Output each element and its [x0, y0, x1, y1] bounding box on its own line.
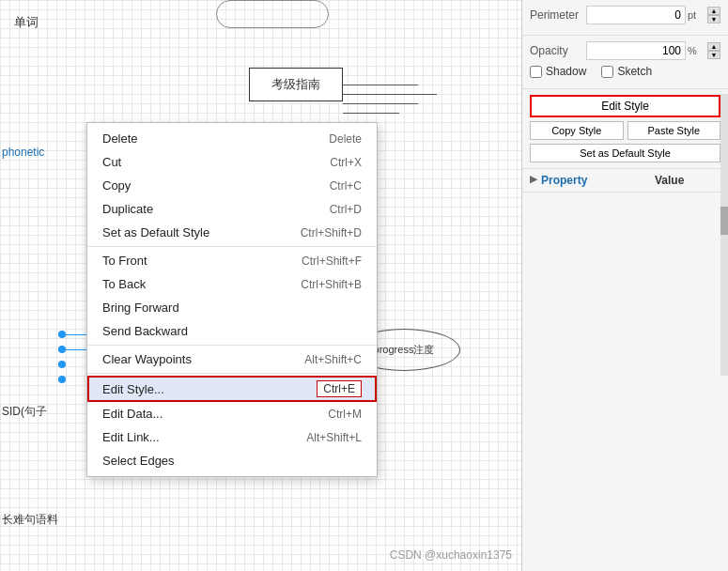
context-menu: Delete Delete Cut Ctrl+X Copy Ctrl+C Dup…	[86, 122, 378, 477]
menu-item-to-back[interactable]: To Back Ctrl+Shift+B	[87, 272, 377, 296]
perimeter-section: Perimeter pt ▲ ▼	[522, 0, 728, 36]
menu-item-edit-link[interactable]: Edit Link... Alt+Shift+L	[87, 425, 377, 449]
sketch-checkbox[interactable]	[601, 66, 613, 78]
perimeter-input[interactable]	[586, 6, 686, 24]
menu-item-set-default[interactable]: Set as Default Style Ctrl+Shift+D	[87, 221, 377, 244]
right-panel: Perimeter pt ▲ ▼ Opacity % ▲ ▼ Shadow	[521, 0, 728, 571]
line-h4	[343, 113, 399, 114]
menu-item-to-front[interactable]: To Front Ctrl+Shift+F	[87, 249, 377, 272]
copy-paste-row: Copy Style Paste Style	[530, 121, 720, 140]
menu-item-clear-waypoints[interactable]: Clear Waypoints Alt+Shift+C	[87, 347, 377, 371]
opacity-label: Opacity	[530, 44, 586, 57]
opacity-input[interactable]	[586, 41, 686, 60]
menu-item-select-edges[interactable]: Select Edges	[87, 449, 377, 472]
canvas-label-sid: SID(句子	[2, 404, 47, 420]
checkbox-row: Shadow Sketch	[530, 65, 720, 78]
menu-divider-3	[87, 373, 377, 374]
opacity-up[interactable]: ▲	[707, 42, 720, 51]
menu-item-edit-style[interactable]: Edit Style... Ctrl+E	[87, 376, 377, 402]
shadow-checkbox[interactable]	[530, 66, 542, 78]
style-buttons-section: Edit Style Copy Style Paste Style Set as…	[522, 89, 728, 169]
canvas-label-top: 单词	[14, 14, 39, 31]
perimeter-up[interactable]: ▲	[707, 7, 720, 15]
blue-dot-2	[58, 346, 66, 353]
menu-item-cut[interactable]: Cut Ctrl+X	[87, 150, 377, 174]
line-h2	[343, 94, 437, 95]
property-arrow: ▶	[530, 174, 537, 187]
shadow-checkbox-label[interactable]: Shadow	[530, 65, 586, 78]
set-default-style-button[interactable]: Set as Default Style	[530, 144, 720, 162]
opacity-row: Opacity % ▲ ▼	[530, 41, 720, 60]
menu-item-edit-data[interactable]: Edit Data... Ctrl+M	[87, 402, 377, 425]
edit-style-button[interactable]: Edit Style	[530, 95, 720, 117]
opacity-spinner: ▲ ▼	[707, 42, 720, 59]
watermark: CSDN @xuchaoxin1375	[390, 548, 512, 562]
canvas-label-long: 长难句语料	[2, 512, 58, 528]
menu-item-duplicate[interactable]: Duplicate Ctrl+D	[87, 197, 377, 221]
perimeter-unit: pt	[688, 9, 706, 21]
property-col-value: Value	[655, 174, 720, 187]
menu-item-copy[interactable]: Copy Ctrl+C	[87, 174, 377, 197]
canvas-box-top	[216, 0, 329, 28]
opacity-down[interactable]: ▼	[707, 51, 720, 59]
sketch-checkbox-label[interactable]: Sketch	[601, 65, 652, 78]
perimeter-label: Perimeter	[530, 8, 586, 22]
scroll-thumb[interactable]	[720, 207, 728, 235]
canvas-node-kaoji: 考级指南	[249, 68, 343, 101]
blue-dot-3	[58, 361, 66, 368]
canvas-label-phonetic: phonetic	[2, 146, 44, 159]
line-h1	[343, 85, 418, 85]
perimeter-spinner: ▲ ▼	[707, 7, 720, 23]
menu-item-send-backward[interactable]: Send Backward	[87, 319, 377, 343]
menu-divider-2	[87, 345, 377, 346]
property-header: ▶ Property Value	[522, 169, 728, 193]
menu-item-delete[interactable]: Delete Delete	[87, 127, 377, 150]
menu-divider-1	[87, 246, 377, 247]
opacity-section: Opacity % ▲ ▼ Shadow Sketch	[522, 36, 728, 89]
blue-dot-1	[58, 331, 66, 338]
copy-style-button[interactable]: Copy Style	[530, 121, 624, 140]
perimeter-down[interactable]: ▼	[707, 15, 720, 23]
property-col-name: Property	[541, 174, 655, 187]
menu-item-bring-forward[interactable]: Bring Forward	[87, 296, 377, 319]
opacity-unit: %	[688, 45, 706, 56]
blue-dot-4	[58, 376, 66, 383]
paste-style-button[interactable]: Paste Style	[627, 121, 721, 140]
perimeter-row: Perimeter pt ▲ ▼	[530, 6, 720, 24]
scroll-indicator	[720, 94, 728, 376]
line-h3	[343, 103, 418, 104]
